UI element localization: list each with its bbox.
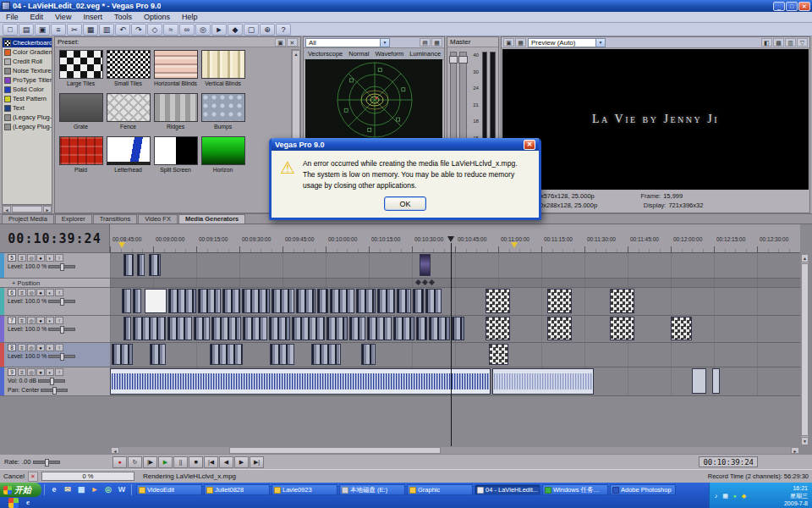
timeline-clip[interactable] <box>210 344 243 365</box>
preset-horizon[interactable]: Horizon <box>200 136 246 178</box>
scroll-thumb[interactable] <box>12 206 42 213</box>
taskbar-window-photoshop[interactable]: Adobe Photoshop <box>610 484 676 495</box>
menu-item-insert[interactable]: Insert <box>77 12 108 23</box>
track-header-position[interactable]: + Position <box>0 279 110 288</box>
track-lane-position[interactable] <box>110 279 800 288</box>
timeline-clip[interactable] <box>429 317 450 340</box>
timeline-clip[interactable] <box>361 344 376 365</box>
overlays-icon[interactable]: ▩ <box>773 38 784 47</box>
timeline-clip[interactable] <box>422 279 428 285</box>
pan-slider[interactable] <box>41 389 68 392</box>
time-ruler[interactable]: 00:08:45:0000:09:00:0000:09:15:0000:09:3… <box>110 224 800 253</box>
automation-icon[interactable]: ◐ <box>46 254 54 262</box>
scope-type-normal[interactable]: Normal <box>348 48 369 59</box>
timeline-clip[interactable] <box>122 289 131 313</box>
mute-icon[interactable]: ◎ <box>27 368 36 376</box>
scope-type-waveform[interactable]: Waveform <box>375 48 403 59</box>
playhead[interactable] <box>451 243 452 446</box>
taskbar-window-vegas[interactable]: 04 - LaVieHLedit... <box>475 484 540 495</box>
solo-icon[interactable]: ● <box>36 317 45 324</box>
new-project-icon[interactable]: □ <box>3 24 18 36</box>
timeline-clip[interactable] <box>547 317 572 340</box>
preset-letterhead[interactable]: Letterhead <box>105 136 151 178</box>
timeline-clip[interactable] <box>486 317 510 340</box>
undo-icon[interactable]: ↶ <box>115 24 130 36</box>
menu-item-view[interactable]: View <box>49 12 77 23</box>
ie-icon[interactable]: e <box>48 484 60 495</box>
taskbar-window-folder[interactable]: Juliet0828 <box>204 484 270 495</box>
cut-icon[interactable]: ✂ <box>67 24 82 36</box>
split-screen-view-icon[interactable]: ◧ <box>761 38 772 47</box>
menu-item-file[interactable]: File <box>0 12 25 23</box>
mute-icon[interactable]: ◎ <box>27 289 36 296</box>
stop-button[interactable]: ■ <box>189 456 203 468</box>
timeline-clip[interactable] <box>123 254 134 276</box>
whats-this-help-icon[interactable]: ? <box>276 24 291 36</box>
play-from-start-button[interactable]: |▶ <box>143 456 157 468</box>
menu-item-options[interactable]: Options <box>138 12 176 23</box>
input-method-icon[interactable]: ◆ <box>740 492 748 500</box>
track-lane-9[interactable] <box>110 367 800 396</box>
track-fx-icon[interactable]: ≡ <box>18 317 26 324</box>
timeline-clip[interactable] <box>356 289 376 313</box>
arm-icon[interactable]: ! <box>55 344 63 351</box>
mute-icon[interactable]: ◎ <box>27 317 36 324</box>
timeline-clip[interactable] <box>270 344 294 365</box>
rate-slider[interactable] <box>33 461 60 464</box>
tab-explorer[interactable]: Explorer <box>55 214 92 224</box>
record-button[interactable]: ● <box>112 456 127 468</box>
start-button[interactable]: 开始 <box>0 483 41 497</box>
taskbar-window-folder[interactable]: VideoEdit <box>136 484 202 495</box>
timeline-clip[interactable] <box>610 289 634 313</box>
arm-icon[interactable]: ! <box>55 317 63 324</box>
preset-large-tiles[interactable]: Large Tiles <box>58 50 104 91</box>
generator-item-credit-roll[interactable]: Credit Roll <box>3 57 52 66</box>
track-fx-icon[interactable]: ≡ <box>18 289 26 296</box>
generator-item-color-gradient[interactable]: Color Gradient <box>3 47 52 57</box>
scroll-left-icon[interactable]: ◄ <box>111 447 119 454</box>
mute-icon[interactable]: ◎ <box>27 344 36 351</box>
scroll-up-icon[interactable]: ▲ <box>801 254 809 262</box>
level-slider[interactable] <box>48 355 75 358</box>
close-button[interactable]: ✕ <box>798 2 810 11</box>
scope-settings-icon[interactable]: ▤ <box>420 38 431 47</box>
media-player-icon[interactable]: ► <box>89 484 101 495</box>
loop-playback-button[interactable]: ↻ <box>128 456 142 468</box>
timeline-clip[interactable] <box>296 289 315 313</box>
timeline-clip[interactable] <box>486 289 510 313</box>
delete-preset-icon[interactable]: ✕ <box>287 38 298 47</box>
timeline-clip[interactable] <box>397 289 411 313</box>
ok-button[interactable]: OK <box>384 196 426 211</box>
redo-icon[interactable]: ↷ <box>131 24 146 36</box>
preset-horizontal-blinds[interactable]: Horizontal Blinds <box>152 50 199 91</box>
messenger-icon[interactable]: ◎ <box>102 484 114 495</box>
generator-item-solid-color[interactable]: Solid Color <box>3 85 52 94</box>
timeline-clip[interactable] <box>110 368 491 395</box>
solo-icon[interactable]: ● <box>36 368 45 376</box>
event-snapping-icon[interactable]: ◇ <box>147 24 162 36</box>
maximize-button[interactable]: □ <box>786 2 798 11</box>
save-preset-icon[interactable]: ▣ <box>275 38 286 47</box>
volume-icon[interactable]: ♪ <box>712 492 720 500</box>
track-lane-6[interactable] <box>110 288 800 316</box>
preset-ridges[interactable]: Ridges <box>152 93 199 135</box>
preset-small-tiles[interactable]: Small Tiles <box>105 50 151 91</box>
timeline-clip[interactable] <box>712 368 720 394</box>
timeline-clip[interactable] <box>416 317 427 340</box>
go-to-end-button[interactable]: ▶| <box>250 456 264 468</box>
generator-item-test-pattern[interactable]: Test Pattern <box>3 94 52 103</box>
timeline-clip[interactable] <box>168 289 196 313</box>
track-header-8[interactable]: 8≡◎●◐!Level: 100.0 % <box>0 343 110 367</box>
level-slider[interactable] <box>48 300 75 303</box>
timeline-marker[interactable] <box>118 242 125 248</box>
timeline-clip[interactable] <box>367 317 392 340</box>
preview-quality-icon[interactable]: ▦ <box>515 38 526 47</box>
generator-item-text[interactable]: Text <box>3 103 52 113</box>
timeline-clip[interactable] <box>415 279 421 285</box>
scroll-thumb[interactable] <box>801 263 809 436</box>
track-header-9[interactable]: 9≡◎●◐!Vol: 0.0 dBPan: Center <box>0 367 110 396</box>
antivirus-icon[interactable]: ● <box>731 492 738 500</box>
preview-quality-dropdown[interactable]: Preview (Auto)▼ <box>528 38 606 47</box>
preset-plaid[interactable]: Plaid <box>58 136 104 178</box>
tab-transitions[interactable]: Transitions <box>93 214 137 224</box>
